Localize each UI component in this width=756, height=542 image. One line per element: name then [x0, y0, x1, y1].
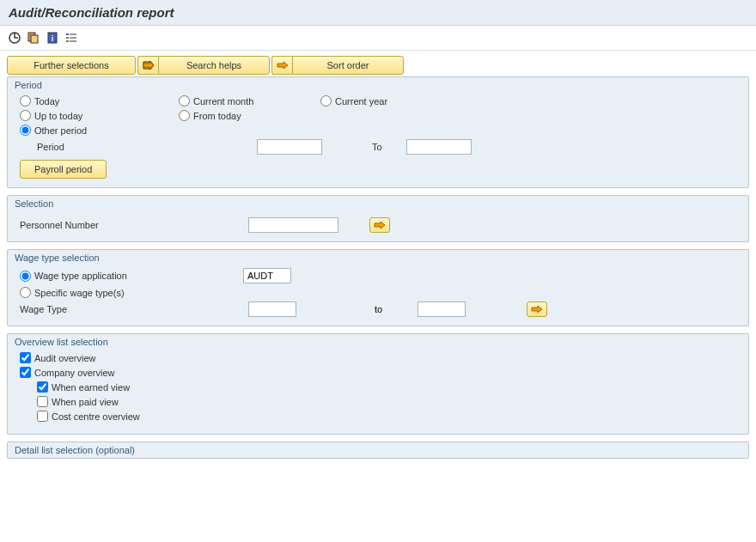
- wage-type-from-input[interactable]: [248, 301, 296, 317]
- radio-other-period[interactable]: Other period: [20, 125, 87, 136]
- detail-group: Detail list selection (optional): [7, 442, 749, 459]
- detail-group-label: Detail list selection (optional): [8, 442, 748, 458]
- check-cost-centre[interactable]: Cost centre overview: [37, 411, 736, 422]
- sort-order-arrow-icon[interactable]: [271, 56, 292, 75]
- selection-group: Selection Personnel Number: [7, 195, 749, 242]
- content-area: Further selections Search helps Sort ord…: [0, 51, 756, 464]
- svg-rect-7: [66, 33, 69, 35]
- radio-specific-wage-types[interactable]: Specific wage type(s): [20, 287, 125, 298]
- wage-type-group-label: Wage type selection: [8, 250, 748, 263]
- check-when-paid[interactable]: When paid view: [37, 396, 736, 407]
- personnel-number-input[interactable]: [248, 217, 338, 233]
- info-icon[interactable]: i: [45, 30, 60, 46]
- wage-app-input[interactable]: [243, 268, 291, 283]
- radio-wage-app-label: Wage type application: [34, 271, 127, 281]
- svg-text:i: i: [52, 34, 54, 43]
- radio-today[interactable]: Today: [20, 95, 179, 107]
- sort-order-button[interactable]: Sort order: [292, 56, 404, 75]
- selection-buttons-row: Further selections Search helps Sort ord…: [7, 56, 749, 75]
- toolbar: i: [0, 26, 756, 51]
- check-company-label: Company overview: [34, 368, 115, 378]
- check-audit-overview[interactable]: Audit overview: [20, 352, 736, 363]
- wage-type-label: Wage Type: [20, 304, 119, 314]
- search-helps-button[interactable]: Search helps: [158, 56, 270, 75]
- svg-rect-8: [66, 37, 69, 39]
- overview-group: Overview list selection Audit overview C…: [7, 333, 749, 435]
- wage-type-multi-select-button[interactable]: [527, 301, 547, 317]
- execute-icon[interactable]: [7, 30, 22, 46]
- variant-icon[interactable]: [26, 30, 41, 46]
- radio-current-month[interactable]: Current month: [179, 95, 320, 107]
- period-to-input[interactable]: [406, 139, 472, 155]
- radio-today-label: Today: [34, 96, 59, 107]
- personnel-number-label: Personnel Number: [20, 220, 119, 230]
- selection-group-label: Selection: [8, 196, 748, 209]
- period-group-label: Period: [8, 77, 748, 90]
- overview-group-label: Overview list selection: [8, 334, 748, 347]
- wage-type-to-label: to: [375, 304, 382, 314]
- radio-up-to-today[interactable]: Up to today: [20, 110, 179, 121]
- payroll-period-button[interactable]: Payroll period: [20, 160, 107, 179]
- period-from-input[interactable]: [257, 139, 322, 155]
- wage-type-group: Wage type selection Wage type applicatio…: [7, 249, 749, 326]
- check-earned-label: When earned view: [52, 382, 130, 393]
- radio-specific-wage-label: Specific wage type(s): [34, 288, 125, 298]
- check-paid-label: When paid view: [52, 397, 119, 407]
- check-cost-centre-label: Cost centre overview: [52, 411, 140, 422]
- radio-wage-type-application[interactable]: Wage type application: [20, 271, 243, 282]
- personnel-multi-select-button[interactable]: [369, 217, 390, 233]
- search-helps-arrow-icon[interactable]: [137, 56, 158, 75]
- radio-from-today-label: From today: [193, 111, 241, 121]
- check-when-earned[interactable]: When earned view: [37, 381, 736, 393]
- radio-up-to-today-label: Up to today: [34, 111, 82, 121]
- page-title: Audit/Reconciliation report: [0, 0, 756, 26]
- radio-current-year-label: Current year: [335, 96, 387, 107]
- period-group: Period Today Current month Current year …: [7, 76, 749, 188]
- svg-rect-4: [31, 35, 38, 43]
- period-label: Period: [20, 142, 123, 152]
- svg-rect-9: [66, 40, 69, 42]
- check-company-overview[interactable]: Company overview: [20, 367, 736, 378]
- structure-icon[interactable]: [64, 30, 79, 46]
- wage-type-to-input[interactable]: [418, 301, 466, 317]
- radio-from-today[interactable]: From today: [179, 110, 320, 121]
- radio-other-period-label: Other period: [34, 125, 87, 136]
- period-to-label: To: [372, 142, 382, 152]
- check-audit-label: Audit overview: [34, 353, 96, 363]
- radio-current-year[interactable]: Current year: [320, 95, 387, 107]
- radio-current-month-label: Current month: [193, 96, 253, 107]
- further-selections-button[interactable]: Further selections: [7, 56, 136, 75]
